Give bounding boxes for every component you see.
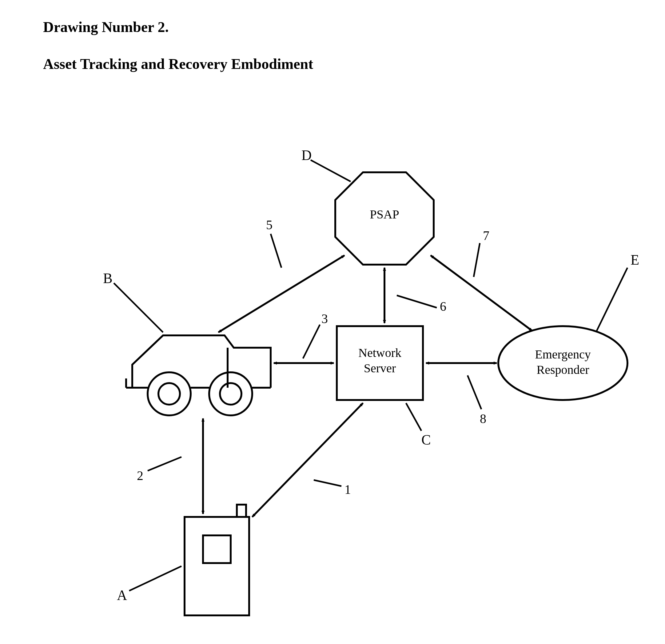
svg-point-9 bbox=[158, 383, 180, 405]
ref-C: C bbox=[421, 432, 431, 448]
ref-2: 2 bbox=[137, 468, 143, 483]
psap-label: PSAP bbox=[370, 207, 399, 221]
ref-E: E bbox=[630, 252, 639, 268]
connection-psap-responder bbox=[431, 255, 532, 331]
svg-rect-13 bbox=[203, 535, 231, 563]
ref-8: 8 bbox=[480, 412, 486, 426]
diagram-svg: PSAP Network Server Emergency Responder bbox=[0, 0, 665, 644]
svg-rect-12 bbox=[185, 517, 249, 615]
vehicle-icon bbox=[126, 335, 271, 416]
leader-3 bbox=[303, 325, 320, 358]
network-server-label-line1: Network bbox=[358, 346, 401, 360]
ref-3: 3 bbox=[321, 312, 328, 326]
network-server-label-line2: Server bbox=[364, 361, 396, 375]
ref-B: B bbox=[103, 271, 113, 286]
leader-2 bbox=[148, 457, 182, 471]
ref-5: 5 bbox=[266, 218, 272, 232]
leader-6 bbox=[397, 295, 437, 308]
leader-1 bbox=[314, 480, 341, 486]
emergency-label-line1: Emergency bbox=[535, 347, 591, 361]
ref-A: A bbox=[117, 587, 127, 603]
handheld-device-icon bbox=[185, 504, 249, 615]
connection-handheld-server bbox=[252, 403, 363, 517]
leader-8 bbox=[468, 375, 481, 409]
ref-1: 1 bbox=[344, 482, 351, 497]
leader-7 bbox=[474, 243, 480, 277]
svg-rect-14 bbox=[237, 504, 246, 517]
emergency-label-line2: Responder bbox=[536, 363, 589, 376]
psap-node: PSAP bbox=[335, 172, 434, 264]
svg-point-8 bbox=[148, 372, 191, 416]
network-server-node: Network Server bbox=[337, 326, 423, 400]
leader-D bbox=[311, 160, 350, 182]
svg-point-11 bbox=[220, 383, 242, 405]
svg-point-10 bbox=[209, 372, 252, 416]
leader-A bbox=[129, 566, 182, 591]
leader-C bbox=[406, 403, 421, 431]
leader-5 bbox=[271, 234, 282, 268]
leader-B bbox=[114, 283, 163, 332]
diagram-page: Drawing Number 2. Asset Tracking and Rec… bbox=[0, 0, 665, 644]
emergency-responder-node: Emergency Responder bbox=[498, 326, 627, 400]
ref-D: D bbox=[301, 147, 311, 163]
ref-6: 6 bbox=[440, 299, 446, 314]
leader-E bbox=[597, 268, 627, 331]
ref-7: 7 bbox=[483, 228, 489, 243]
